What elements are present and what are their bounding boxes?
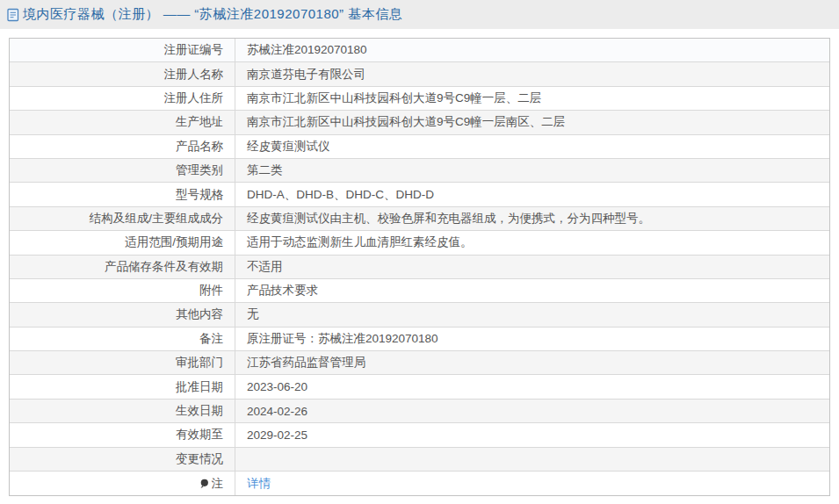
- topbar: 境内医疗器械（注册） —— “苏械注准20192070180” 基本信息: [0, 0, 839, 29]
- row-label-text: 产品名称: [176, 139, 223, 155]
- row-label-text: 结构及组成/主要组成成分: [90, 211, 223, 227]
- document-icon: [7, 8, 19, 22]
- row-value: 苏械注准20192070180: [235, 39, 829, 61]
- table-row: 产品名称经皮黄疸测试仪: [10, 135, 829, 159]
- table-row: 适用范围/预期用途适用于动态监测新生儿血清胆红素经皮值。: [10, 231, 829, 255]
- table-row: 型号规格DHD-A、DHD-B、DHD-C、DHD-D: [10, 183, 829, 206]
- table-row: 注详情: [10, 472, 829, 495]
- table-row: 产品储存条件及有效期不适用: [10, 256, 829, 279]
- row-value: 原注册证号：苏械注准20192070180: [235, 328, 829, 350]
- table-row: 批准日期2023-06-20: [10, 375, 829, 399]
- row-label-text: 审批部门: [176, 355, 223, 371]
- row-label-text: 注册人名称: [164, 67, 224, 83]
- row-value: 经皮黄疸测试仪: [235, 135, 829, 158]
- row-label-text: 注册人住所: [164, 90, 224, 106]
- row-label: 附件: [10, 279, 235, 302]
- row-label: 注: [10, 472, 235, 495]
- row-label: 适用范围/预期用途: [10, 231, 235, 254]
- row-label: 型号规格: [10, 183, 235, 205]
- row-label-text: 适用范围/预期用途: [125, 234, 223, 250]
- row-value: 江苏省药品监督管理局: [235, 351, 829, 374]
- row-label-text: 生产地址: [176, 114, 223, 130]
- row-label: 管理类别: [10, 159, 235, 182]
- table-row: 结构及组成/主要组成成分经皮黄疸测试仪由主机、校验色屏和充电器组成，为便携式，分…: [10, 207, 829, 231]
- row-label-text: 生效日期: [176, 403, 223, 419]
- row-value: 适用于动态监测新生儿血清胆红素经皮值。: [235, 231, 829, 254]
- row-value: 2023-06-20: [235, 375, 829, 398]
- row-value: 南京市江北新区中山科技园科创大道9号C9幢一层南区、二层: [235, 111, 829, 133]
- table-row: 变更情况: [10, 448, 829, 472]
- row-label: 变更情况: [10, 448, 235, 471]
- row-label: 注册人住所: [10, 87, 235, 110]
- table-row: 有效期至2029-02-25: [10, 423, 829, 447]
- row-value: 产品技术要求: [235, 279, 829, 302]
- row-label: 产品名称: [10, 135, 235, 158]
- row-value: 南京道芬电子有限公司: [235, 62, 829, 85]
- table-row: 审批部门江苏省药品监督管理局: [10, 351, 829, 375]
- page-title: 境内医疗器械（注册） —— “苏械注准20192070180” 基本信息: [23, 6, 402, 23]
- info-table: 注册证编号苏械注准20192070180注册人名称南京道芬电子有限公司注册人住所…: [9, 38, 830, 496]
- table-row: 注册人住所南京市江北新区中山科技园科创大道9号C9幢一层、二层: [10, 87, 829, 111]
- row-label: 生产地址: [10, 111, 235, 133]
- row-label: 注册证编号: [10, 39, 235, 61]
- row-label-text: 变更情况: [176, 451, 223, 467]
- row-label-text: 其他内容: [176, 306, 223, 322]
- row-label: 备注: [10, 328, 235, 350]
- table-row: 生产地址南京市江北新区中山科技园科创大道9号C9幢一层南区、二层: [10, 111, 829, 134]
- row-label: 批准日期: [10, 375, 235, 398]
- row-label: 结构及组成/主要组成成分: [10, 207, 235, 230]
- table-row: 注册证编号苏械注准20192070180: [10, 39, 829, 62]
- row-value: 2024-02-26: [235, 400, 829, 422]
- row-label: 生效日期: [10, 400, 235, 422]
- row-label: 审批部门: [10, 351, 235, 374]
- note-icon: [199, 479, 209, 489]
- row-label-text: 批准日期: [176, 379, 223, 395]
- row-label-text: 产品储存条件及有效期: [105, 259, 223, 275]
- row-label: 注册人名称: [10, 62, 235, 85]
- row-label-text: 有效期至: [176, 427, 223, 443]
- row-value: 详情: [235, 472, 829, 495]
- row-label-text: 注册证编号: [164, 42, 224, 58]
- table-row: 生效日期2024-02-26: [10, 400, 829, 423]
- row-label-text: 备注: [199, 331, 223, 347]
- table-row: 注册人名称南京道芬电子有限公司: [10, 62, 829, 86]
- row-label: 产品储存条件及有效期: [10, 256, 235, 278]
- row-label: 有效期至: [10, 423, 235, 446]
- table-row: 附件产品技术要求: [10, 279, 829, 303]
- table-row: 备注原注册证号：苏械注准20192070180: [10, 328, 829, 351]
- row-label-text: 注: [212, 476, 224, 492]
- detail-link[interactable]: 详情: [247, 476, 271, 492]
- table-row: 管理类别第二类: [10, 159, 829, 183]
- row-label-text: 附件: [199, 283, 223, 299]
- row-label: 其他内容: [10, 303, 235, 326]
- row-value: [235, 448, 829, 471]
- row-value: 第二类: [235, 159, 829, 182]
- row-value: 2029-02-25: [235, 423, 829, 446]
- row-label-text: 型号规格: [176, 187, 223, 203]
- row-value: 不适用: [235, 256, 829, 278]
- row-label-text: 管理类别: [176, 162, 223, 178]
- row-value: DHD-A、DHD-B、DHD-C、DHD-D: [235, 183, 829, 205]
- row-value: 经皮黄疸测试仪由主机、校验色屏和充电器组成，为便携式，分为四种型号。: [235, 207, 829, 230]
- row-value: 南京市江北新区中山科技园科创大道9号C9幢一层、二层: [235, 87, 829, 110]
- row-value: 无: [235, 303, 829, 326]
- table-row: 其他内容无: [10, 303, 829, 327]
